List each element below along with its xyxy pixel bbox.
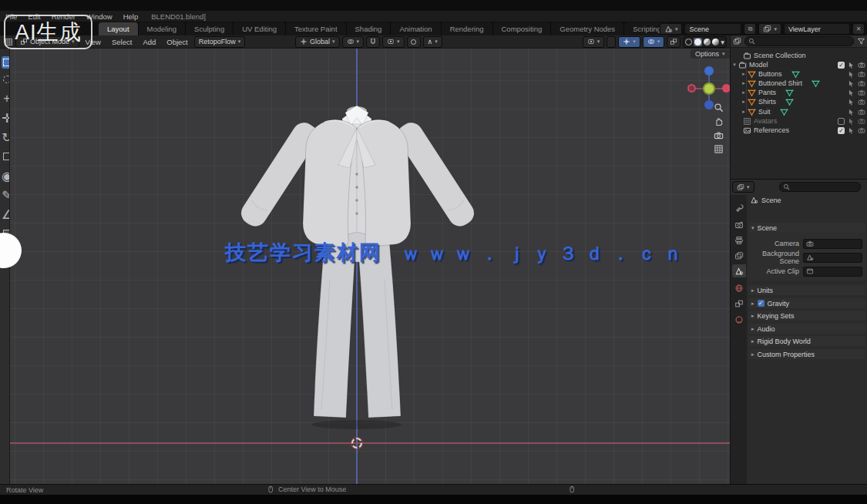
custom-properties-panel-header[interactable]: ▸ Custom Properties [748, 349, 865, 359]
tab-uv-editing[interactable]: UV Editing [234, 22, 286, 35]
annotate-tool[interactable]: ✎ [2, 189, 10, 201]
outliner-row-shirts[interactable]: ▸ Shirts [731, 97, 867, 106]
outliner-row-suit[interactable]: ▸ Suit [731, 107, 867, 116]
tab-tool-properties[interactable] [732, 201, 746, 214]
camera-view-button[interactable] [712, 129, 724, 141]
solid-shading-button[interactable] [694, 38, 702, 46]
selectable-cursor-icon[interactable] [848, 109, 855, 116]
selectable-cursor-icon[interactable] [848, 80, 855, 87]
selectable-cursor-icon[interactable] [848, 89, 855, 96]
object-visibility-dropdown[interactable]: ▾ [583, 36, 605, 48]
outliner-row-buttons[interactable]: ▸ Buttons [731, 69, 867, 79]
tab-output-properties[interactable] [732, 234, 746, 247]
shading-dropdown-caret[interactable]: ▾ [721, 38, 724, 46]
render-camera-icon[interactable] [858, 79, 865, 87]
audio-panel-header[interactable]: ▸ Audio [748, 324, 865, 334]
tab-geometry-nodes[interactable]: Geometry Nodes [551, 22, 624, 35]
filter-icon[interactable] [857, 37, 865, 45]
wireframe-shading-button[interactable] [685, 39, 692, 45]
view-layer-name-field[interactable]: ViewLayer [784, 23, 850, 35]
selectable-cursor-icon[interactable] [848, 99, 855, 106]
gizmo-x-minus[interactable] [687, 84, 696, 92]
collection-checkbox-checked[interactable]: ✓ [838, 62, 845, 69]
selectable-cursor-icon[interactable] [848, 71, 855, 78]
pan-view-button[interactable] [712, 115, 724, 127]
tab-compositing[interactable]: Compositing [493, 22, 552, 35]
properties-search-input[interactable] [779, 182, 861, 192]
transform-tool[interactable]: ◉ [2, 170, 10, 182]
gravity-checkbox-checked[interactable]: ✓ [758, 300, 765, 307]
camera-field[interactable] [803, 239, 862, 249]
retopoflow-menu[interactable]: RetopoFlow ▾ [194, 36, 246, 48]
outliner-row-buttoned-shirt[interactable]: ▸ Buttoned Shirt [731, 79, 867, 88]
remove-view-layer-button[interactable]: ✕ [852, 23, 865, 35]
zoom-view-button[interactable] [712, 101, 724, 113]
cursor-tool[interactable]: + [2, 92, 10, 105]
outliner-row-pants[interactable]: ▸ Pants [731, 88, 867, 97]
background-scene-field[interactable] [803, 253, 862, 263]
render-camera-icon[interactable] [858, 126, 865, 134]
proportional-editing-toggle[interactable] [407, 36, 421, 48]
collection-checkbox-checked[interactable]: ✓ [838, 127, 845, 134]
scene-name-field[interactable]: Scene [684, 23, 741, 35]
tab-shading[interactable]: Shading [347, 22, 391, 35]
menu-select[interactable]: Select [107, 38, 136, 46]
tab-sculpting[interactable]: Sculpting [186, 22, 234, 35]
xray-toggle[interactable] [667, 36, 680, 48]
expand-icon[interactable]: ▸ [740, 80, 748, 86]
menu-help[interactable]: Help [118, 12, 144, 21]
tab-world-properties[interactable] [732, 281, 746, 294]
scene-selector-icon-button[interactable]: ▾ [660, 23, 683, 35]
tab-animation[interactable]: Animation [391, 22, 441, 35]
expand-icon[interactable]: ▸ [740, 89, 748, 96]
tab-texture-paint[interactable]: Texture Paint [286, 22, 346, 35]
material-preview-button[interactable] [704, 39, 711, 45]
active-clip-field[interactable] [803, 267, 862, 277]
gizmo-z-plus[interactable] [704, 66, 714, 76]
pivot-point-dropdown[interactable]: ▾ [342, 36, 365, 48]
outliner-editor-icon[interactable] [733, 37, 741, 45]
proportional-falloff-dropdown[interactable]: ∧ ▾ [423, 36, 442, 48]
tab-material-properties[interactable] [732, 313, 746, 326]
select-circle-tool[interactable] [2, 73, 10, 86]
tab-rendering[interactable]: Rendering [442, 22, 493, 35]
outliner-row-model[interactable]: ▾ Model ✓ [731, 60, 867, 69]
snap-toggle[interactable] [366, 36, 380, 48]
rotate-tool[interactable]: ↻ [2, 131, 10, 143]
rigid-body-world-panel-header[interactable]: ▸ Rigid Body World [748, 336, 865, 346]
new-scene-button[interactable]: ⧉ [744, 23, 756, 35]
gizmos-dropdown[interactable]: ▾ [618, 36, 640, 48]
perspective-toggle-button[interactable] [712, 143, 724, 155]
overlays-dropdown[interactable]: ▾ [643, 36, 665, 48]
keying-sets-panel-header[interactable]: ▸ Keying Sets [748, 311, 865, 321]
gizmo-x-plus[interactable] [722, 84, 730, 92]
options-dropdown[interactable]: Options ▾ [691, 49, 730, 59]
tab-modeling[interactable]: Modeling [139, 22, 187, 35]
properties-editor-dropdown[interactable]: ▾ [732, 181, 754, 193]
menu-add[interactable]: Add [138, 38, 160, 46]
expand-icon[interactable]: ▸ [740, 71, 748, 77]
move-tool[interactable]: ✛ [2, 112, 10, 124]
measure-tool[interactable]: ∠ [2, 208, 10, 220]
render-camera-icon[interactable] [858, 117, 865, 125]
menu-object[interactable]: Object [162, 38, 192, 46]
selectable-cursor-icon[interactable] [848, 118, 855, 125]
transform-orientation-dropdown[interactable]: Global ▾ [295, 36, 340, 48]
render-camera-icon[interactable] [858, 70, 865, 78]
render-camera-icon[interactable] [858, 98, 865, 106]
outliner-search-input[interactable] [744, 36, 854, 46]
expand-icon[interactable]: ▸ [740, 99, 748, 105]
scene-panel-header[interactable]: ▾ Scene [748, 223, 865, 233]
selectable-cursor-icon[interactable] [848, 127, 855, 134]
rendered-shading-button[interactable] [712, 39, 719, 45]
units-panel-header[interactable]: ▸ Units [748, 285, 865, 295]
outliner-row-avatars[interactable]: Avatars [731, 116, 867, 126]
scale-tool[interactable] [2, 150, 10, 163]
tab-layout[interactable]: Layout [99, 22, 139, 35]
tab-object-properties[interactable] [732, 297, 746, 310]
tab-view-layer-properties[interactable] [732, 249, 746, 262]
outliner-row-scene-collection[interactable]: Scene Collection [731, 51, 867, 60]
tab-scene-properties[interactable] [732, 264, 746, 277]
render-camera-icon[interactable] [858, 89, 865, 96]
outliner-row-references[interactable]: References ✓ [731, 126, 867, 135]
